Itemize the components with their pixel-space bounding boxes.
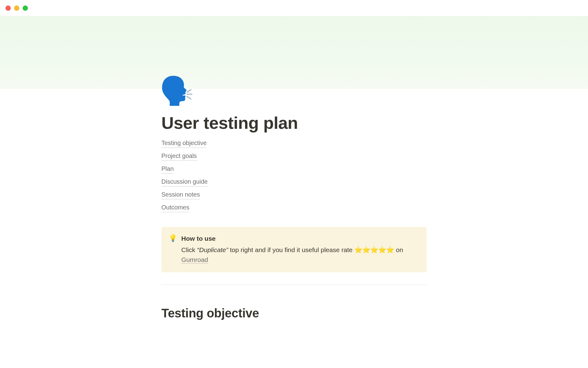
callout-text-mid: top right and if you find it useful plea… [228, 246, 354, 253]
toc-link-discussion-guide[interactable]: Discussion guide [161, 177, 208, 186]
table-of-contents: Testing objective Project goals Plan Dis… [161, 138, 427, 212]
gumroad-link[interactable]: Gumroad [181, 256, 208, 263]
callout-quote-close: ” [226, 246, 228, 253]
toc-link-plan[interactable]: Plan [161, 164, 174, 174]
callout-title: How to use [181, 234, 419, 244]
horizontal-divider [161, 285, 427, 285]
lightbulb-icon: 💡 [169, 234, 177, 265]
callout-text: Click “Duplicate” top right and if you f… [181, 245, 419, 265]
callout-duplicate-word: Duplicate [199, 246, 226, 253]
page-title[interactable]: User testing plan [161, 113, 427, 133]
page-cover[interactable] [0, 16, 588, 89]
how-to-use-callout[interactable]: 💡 How to use Click “Duplicate” top right… [161, 227, 427, 272]
callout-body: How to use Click “Duplicate” top right a… [181, 234, 419, 265]
minimize-window-button[interactable] [14, 6, 19, 11]
callout-on-text: on [394, 246, 403, 253]
speaking-head-icon: 🗣️ [160, 77, 194, 105]
callout-stars: ⭐️⭐️⭐️⭐️⭐️ [354, 246, 394, 253]
toc-link-session-notes[interactable]: Session notes [161, 190, 200, 199]
section-heading-testing-objective[interactable]: Testing objective [161, 306, 427, 320]
page-content: 🗣️ User testing plan Testing objective P… [149, 89, 439, 368]
close-window-button[interactable] [6, 6, 11, 11]
page-emoji-icon[interactable]: 🗣️ [161, 75, 192, 106]
window-titlebar [0, 0, 588, 16]
callout-text-pre: Click [181, 246, 197, 253]
zoom-window-button[interactable] [23, 6, 28, 11]
toc-link-outcomes[interactable]: Outcomes [161, 203, 189, 212]
toc-link-testing-objective[interactable]: Testing objective [161, 138, 207, 148]
toc-link-project-goals[interactable]: Project goals [161, 151, 197, 161]
